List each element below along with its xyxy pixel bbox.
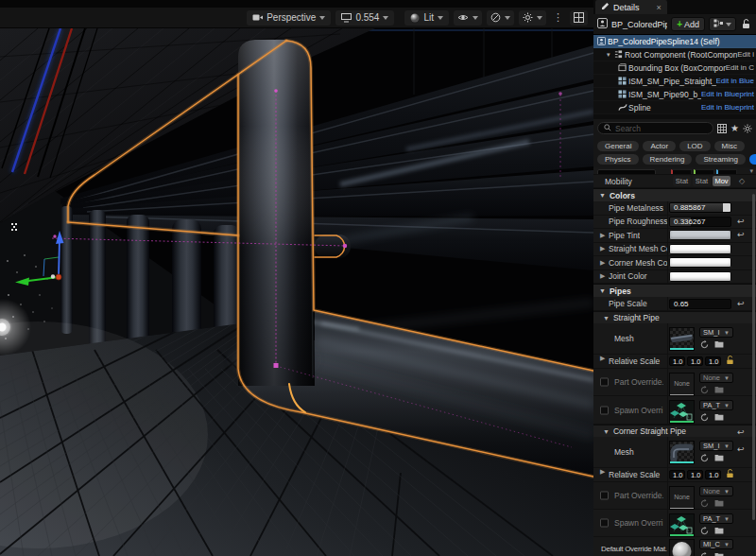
part-override-checkbox[interactable] — [600, 378, 609, 387]
show-flags-dropdown[interactable] — [454, 10, 482, 26]
edit-in-blueprint-link[interactable]: Edit in Blue — [716, 77, 754, 85]
use-selected-icon[interactable] — [700, 499, 709, 510]
diamond-reset-icon[interactable]: ◇ — [739, 177, 745, 185]
scale-y-field[interactable]: 1.0 — [687, 356, 703, 366]
tree-row-ism-straight[interactable]: ISM_SM_Pipe_Straight_a_0 Edit in Blue — [593, 75, 756, 88]
section-straight-pipe[interactable]: ▼ Straight Pipe — [593, 311, 756, 323]
spline-point[interactable] — [558, 92, 562, 96]
part-override-checkbox[interactable] — [600, 492, 609, 500]
scale-y-field[interactable]: 1.0 — [687, 470, 703, 479]
reset-icon[interactable]: ↩ — [737, 217, 745, 226]
tree-row-ism-pipe90[interactable]: ISM_SM_Pipe90_b_0 Edit in Blueprint — [593, 88, 756, 101]
reset-icon[interactable]: ↩ — [737, 444, 745, 454]
use-selected-icon[interactable] — [700, 386, 709, 396]
spawn-override-checkbox[interactable] — [600, 406, 609, 414]
tree-row-spline[interactable]: Spline Edit in Blueprint — [593, 101, 756, 114]
part-override-thumbnail[interactable]: None — [669, 373, 695, 396]
pipe-tint-swatch[interactable] — [669, 230, 731, 240]
spline-point[interactable] — [274, 89, 278, 93]
expander-icon[interactable]: ▶ — [600, 272, 605, 280]
browse-folder-icon[interactable] — [714, 527, 724, 537]
browse-folder-icon[interactable] — [714, 552, 724, 556]
add-component-button[interactable]: + Add — [671, 17, 705, 31]
screen-percentage-dropdown[interactable]: 0.554 — [335, 10, 394, 26]
browse-folder-icon[interactable] — [714, 340, 724, 351]
pipe-roughness-slider[interactable]: 0.336267 — [669, 217, 731, 227]
pipe-metalness-slider[interactable]: 0.885867 — [669, 202, 731, 213]
filter-lod[interactable]: LOD — [679, 141, 710, 151]
selected-actor-name[interactable]: BP_ColoredPipeSp — [611, 20, 667, 29]
section-colors[interactable]: ▼ Colors — [593, 188, 756, 201]
edit-in-link[interactable]: Edit i — [737, 50, 754, 59]
expander-icon[interactable]: ▶ — [600, 355, 605, 362]
filter-actor[interactable]: Actor — [643, 141, 676, 151]
use-selected-icon[interactable] — [700, 413, 709, 424]
part-override-dropdown[interactable]: None▼ — [699, 486, 733, 496]
spawn-override-thumbnail[interactable] — [669, 513, 695, 537]
browse-folder-icon[interactable] — [714, 499, 724, 510]
reset-icon[interactable]: ↩ — [737, 231, 745, 239]
filter-all[interactable]: All — [749, 154, 756, 165]
browse-folder-icon[interactable] — [714, 454, 724, 464]
edit-in-blueprint-link[interactable]: Edit in Blueprint — [701, 103, 754, 112]
material-thumbnail[interactable] — [669, 539, 695, 556]
material-dropdown[interactable]: MI_C▼ — [699, 539, 733, 549]
expander-icon[interactable]: ▶ — [600, 245, 605, 252]
more-options-icon[interactable]: ⋮ — [551, 11, 565, 24]
mobility-stationary[interactable]: Stat — [693, 176, 711, 186]
edit-in-link[interactable]: Edit in C — [726, 63, 754, 72]
expander-icon[interactable]: ▶ — [600, 232, 605, 239]
corner-mesh-color-swatch[interactable] — [669, 257, 731, 268]
use-selected-icon[interactable] — [700, 527, 709, 537]
view-mode-dropdown[interactable]: Lit — [404, 10, 449, 26]
tab-details[interactable]: Details × — [595, 0, 667, 14]
search-box[interactable] — [597, 122, 713, 134]
favorites-icon[interactable]: ★ — [730, 124, 739, 133]
maximize-viewport-button[interactable] — [570, 10, 588, 26]
mesh-thumbnail[interactable] — [669, 327, 695, 351]
filter-misc[interactable]: Misc — [714, 141, 745, 151]
expander-icon[interactable]: ▾ — [607, 51, 614, 59]
spline-point[interactable] — [53, 235, 56, 237]
filter-streaming[interactable]: Streaming — [696, 154, 745, 165]
scale-z-field[interactable]: 1.0 — [705, 356, 721, 366]
pipe-scale-field[interactable]: 0.65 — [669, 299, 731, 309]
level-viewport[interactable]: Perspective 0.554 Lit — [0, 0, 593, 556]
chevron-down-icon[interactable]: ▾ — [749, 167, 753, 175]
lock-details-button[interactable] — [740, 19, 752, 29]
gizmo-origin[interactable] — [56, 274, 61, 280]
scale-x-field[interactable]: 1.0 — [669, 470, 685, 479]
spawn-override-dropdown[interactable]: PA_T▼ — [699, 513, 733, 524]
blueprint-hierarchy-button[interactable] — [709, 17, 736, 31]
tree-row-bounding-box[interactable]: Bounding Box (BoxComponent) Edit in C — [593, 61, 756, 75]
joint-color-swatch[interactable] — [669, 271, 731, 282]
scrollbar[interactable] — [752, 194, 755, 520]
use-selected-icon[interactable] — [700, 340, 709, 351]
spline-point[interactable] — [343, 244, 347, 248]
scale-x-field[interactable]: 1.0 — [669, 356, 685, 366]
mesh-asset-dropdown[interactable]: SM_I▼ — [699, 441, 733, 451]
straight-mesh-color-swatch[interactable] — [669, 244, 731, 254]
spline-point[interactable] — [274, 363, 279, 368]
mobility-static[interactable]: Stat — [673, 176, 691, 186]
section-pipes[interactable]: ▼ Pipes — [593, 284, 756, 297]
viewport-settings-dropdown[interactable] — [519, 10, 546, 26]
scale-z-field[interactable]: 1.0 — [705, 470, 721, 479]
browse-folder-icon[interactable] — [714, 413, 724, 424]
lock-scale-icon[interactable] — [726, 356, 734, 367]
browse-folder-icon[interactable] — [714, 386, 724, 396]
tree-row-root-component[interactable]: ▾ Root Component (RootComponent) Edit i — [593, 48, 756, 61]
use-selected-icon[interactable] — [700, 552, 709, 556]
viewport-canvas[interactable] — [0, 28, 593, 556]
lock-scale-icon[interactable] — [726, 469, 734, 480]
filter-physics[interactable]: Physics — [597, 154, 639, 165]
part-override-dropdown[interactable]: None▼ — [699, 373, 733, 383]
close-icon[interactable]: × — [657, 3, 662, 12]
expander-icon[interactable]: ▶ — [600, 259, 605, 267]
search-input[interactable] — [615, 124, 707, 133]
part-override-thumbnail[interactable]: None — [669, 486, 695, 510]
spawn-override-dropdown[interactable]: PA_T▼ — [699, 400, 733, 410]
mesh-thumbnail[interactable] — [669, 441, 695, 464]
section-corner-straight-pipe[interactable]: ▼ Corner Straight Pipe ↩ — [593, 425, 756, 437]
reset-icon[interactable]: ↩ — [737, 300, 745, 308]
